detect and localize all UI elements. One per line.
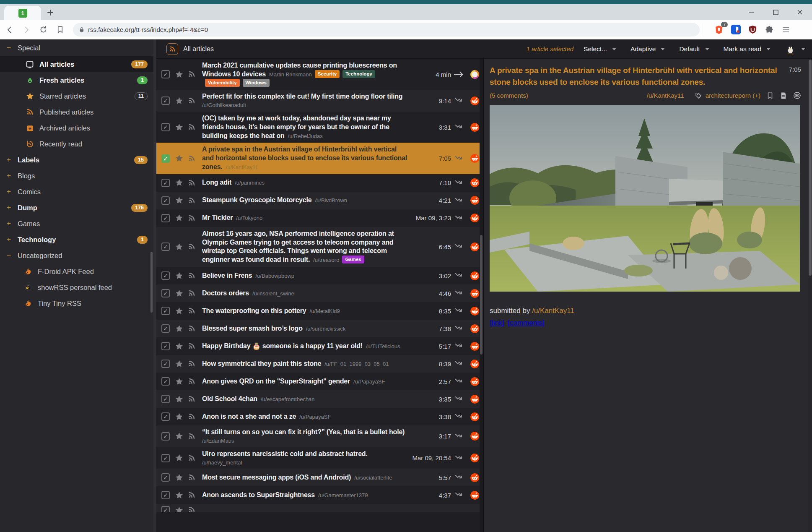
article-title[interactable]: Happy Birthday 🎂 someone is a happy 11 y… xyxy=(202,342,363,349)
sidebar-item-all-articles[interactable]: All articles177 xyxy=(0,56,153,72)
article-title[interactable]: Old School 4chan xyxy=(202,395,257,402)
article-title[interactable]: Anon ascends to SuperStraightness xyxy=(202,491,315,498)
article-checkbox[interactable]: ✓ xyxy=(161,243,170,251)
sidebar-category-labels[interactable]: +Labels15 xyxy=(0,152,153,168)
star-icon[interactable] xyxy=(175,377,184,386)
article-tag[interactable]: Vulnerability xyxy=(205,79,240,87)
article-checkbox[interactable]: ✓ xyxy=(161,179,170,187)
article-tag[interactable]: Security xyxy=(315,70,340,78)
star-icon[interactable] xyxy=(175,271,184,280)
sidebar-category-technology[interactable]: +Technology1 xyxy=(0,232,153,248)
maximize-button[interactable] xyxy=(763,4,788,20)
article-checkbox[interactable]: ✓ xyxy=(161,154,170,163)
expand-collapse-icon[interactable]: + xyxy=(7,156,18,164)
publish-icon[interactable] xyxy=(451,307,467,315)
bookmark-icon[interactable] xyxy=(766,92,774,99)
article-row[interactable]: ✓Anon gives QRD on the "SuperStraight" g… xyxy=(156,373,483,390)
article-title-link[interactable]: A private spa in the Austrian village of… xyxy=(490,65,783,88)
star-icon[interactable] xyxy=(175,491,184,500)
article-title[interactable]: The waterproofing on this pottery xyxy=(202,307,306,314)
article-title[interactable]: Long adit xyxy=(202,179,231,186)
select-dropdown[interactable]: Select... xyxy=(584,45,616,53)
article-row[interactable]: ✓Ulro represents narcissistic cold and a… xyxy=(156,447,483,469)
article-row[interactable]: ✓March 2021 cumulative updates cause pri… xyxy=(156,59,483,90)
star-icon[interactable] xyxy=(175,506,184,512)
sidebar-category-comics[interactable]: +Comics xyxy=(0,184,153,200)
expand-collapse-icon[interactable]: + xyxy=(7,219,18,228)
article-row[interactable]: ✓Almost 16 years ago, NSA performed inte… xyxy=(156,227,483,267)
article-row[interactable]: ✓Mr Tickler/u/TokyonoMar 09, 3:23 xyxy=(156,209,483,227)
star-icon[interactable] xyxy=(175,412,184,421)
article-checkbox[interactable]: ✓ xyxy=(161,70,170,78)
star-icon[interactable] xyxy=(175,289,184,298)
link-icon[interactable] xyxy=(793,91,801,99)
headlines-scrollbar[interactable] xyxy=(480,59,483,532)
bitwarden-icon[interactable] xyxy=(729,23,742,36)
star-icon[interactable] xyxy=(175,324,184,333)
article-row[interactable]: ✓A private spa in the Austrian village o… xyxy=(156,143,483,174)
article-title[interactable]: Almost 16 years ago, NSA performed intel… xyxy=(202,230,394,263)
publish-icon[interactable] xyxy=(451,96,467,105)
sidebar-category-special[interactable]: −Special xyxy=(0,39,153,56)
publish-icon[interactable] xyxy=(451,154,467,163)
star-icon[interactable] xyxy=(175,70,184,79)
sidebar-category-blogs[interactable]: +Blogs xyxy=(0,168,153,184)
article-tag[interactable]: Games xyxy=(342,256,364,263)
star-icon[interactable] xyxy=(175,214,184,222)
article-checkbox[interactable]: ✓ xyxy=(161,412,170,421)
brave-icon[interactable]: 7 xyxy=(713,23,725,36)
article-row[interactable]: ✓Anon is not a she and not a ze/u/Papaya… xyxy=(156,408,483,425)
article-checkbox[interactable]: ✓ xyxy=(161,342,170,350)
article-row[interactable]: ✓Happy Birthday 🎂 someone is a happy 11 … xyxy=(156,337,483,355)
article-checkbox[interactable]: ✓ xyxy=(161,360,170,368)
article-row[interactable]: ✓ xyxy=(156,504,483,512)
minimize-button[interactable] xyxy=(739,4,763,20)
profile-menu[interactable] xyxy=(785,43,805,55)
view-mode-dropdown[interactable]: Adaptive xyxy=(630,45,665,53)
sort-dropdown[interactable]: Default xyxy=(679,45,709,53)
article-title[interactable]: Perfect fit for this complex tile cut! M… xyxy=(202,93,402,100)
forward-arrow-icon[interactable] xyxy=(451,71,467,78)
star-icon[interactable] xyxy=(175,432,184,441)
sidebar-category-uncategorized[interactable]: −Uncategorized xyxy=(0,248,153,263)
article-title[interactable]: Doctors orders xyxy=(202,289,249,297)
article-checkbox[interactable]: ✓ xyxy=(161,432,170,441)
expand-collapse-icon[interactable]: + xyxy=(7,172,18,180)
publish-icon[interactable] xyxy=(451,342,467,350)
sidebar-item-starred-articles[interactable]: Starred articles11 xyxy=(0,88,153,104)
publish-icon[interactable] xyxy=(451,179,467,187)
article-checkbox[interactable]: ✓ xyxy=(161,289,170,297)
sidebar-feed-tiny-tiny-rss[interactable]: Tiny Tiny RSS xyxy=(0,295,153,311)
expand-collapse-icon[interactable]: + xyxy=(7,203,18,212)
expand-collapse-icon[interactable]: − xyxy=(7,251,18,260)
article-row[interactable]: ✓Most secure messaging apps (iOS and And… xyxy=(156,469,483,486)
article-row[interactable]: ✓Old School 4chan/u/escapefromthechan3:3… xyxy=(156,390,483,408)
article-checkbox[interactable]: ✓ xyxy=(161,271,170,280)
article-title[interactable]: Steampunk Gyroscopic Motorcycle xyxy=(202,196,311,203)
article-checkbox[interactable]: ✓ xyxy=(161,491,170,499)
publish-icon[interactable] xyxy=(451,432,467,441)
new-tab-button[interactable] xyxy=(44,7,56,18)
comments-link[interactable]: (5 comments) xyxy=(490,92,528,99)
sidebar-feed-f-droid-apk-feed[interactable]: F-Droid APK Feed xyxy=(0,263,153,279)
scrollbar-thumb[interactable] xyxy=(809,60,812,276)
star-icon[interactable] xyxy=(175,178,184,187)
publish-icon[interactable] xyxy=(451,271,467,280)
article-checkbox[interactable]: ✓ xyxy=(161,506,170,512)
publish-icon[interactable] xyxy=(451,395,467,403)
article-row[interactable]: ✓The waterproofing on this pottery/u/Met… xyxy=(156,302,483,320)
article-row[interactable]: ✓“It still turns on so you can fix it ri… xyxy=(156,425,483,447)
article-checkbox[interactable]: ✓ xyxy=(161,196,170,205)
star-icon[interactable] xyxy=(175,196,184,205)
article-row[interactable]: ✓Anon ascends to SuperStraightness/u/Gam… xyxy=(156,486,483,504)
sidebar-category-games[interactable]: +Games xyxy=(0,216,153,232)
article-title[interactable]: Mr Tickler xyxy=(202,214,233,221)
star-icon[interactable] xyxy=(175,154,184,163)
star-icon[interactable] xyxy=(175,473,184,482)
article-title[interactable]: “It still turns on so you can fix it rig… xyxy=(202,428,405,436)
sidebar-splitter[interactable] xyxy=(153,39,156,532)
star-icon[interactable] xyxy=(175,307,184,316)
external-link[interactable]: [link] xyxy=(490,319,504,327)
extensions-puzzle-icon[interactable] xyxy=(763,23,776,36)
article-checkbox[interactable]: ✓ xyxy=(161,395,170,403)
